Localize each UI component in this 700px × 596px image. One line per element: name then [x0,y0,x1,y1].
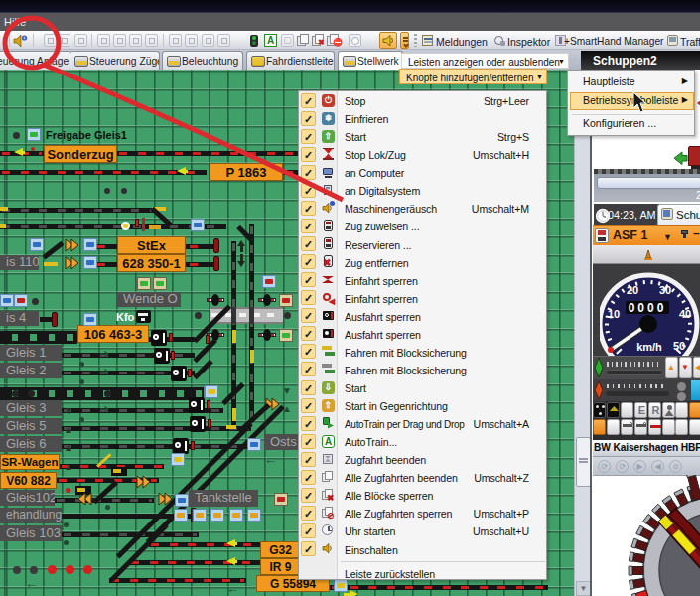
svg-text:40: 40 [679,308,691,320]
svg-text:0000: 0000 [629,301,667,315]
svg-text:30: 30 [659,284,671,296]
svg-text:10: 10 [608,308,620,320]
svg-text:km/h: km/h [636,341,662,353]
svg-text:20: 20 [627,284,638,296]
svg-text:50: 50 [673,340,685,352]
